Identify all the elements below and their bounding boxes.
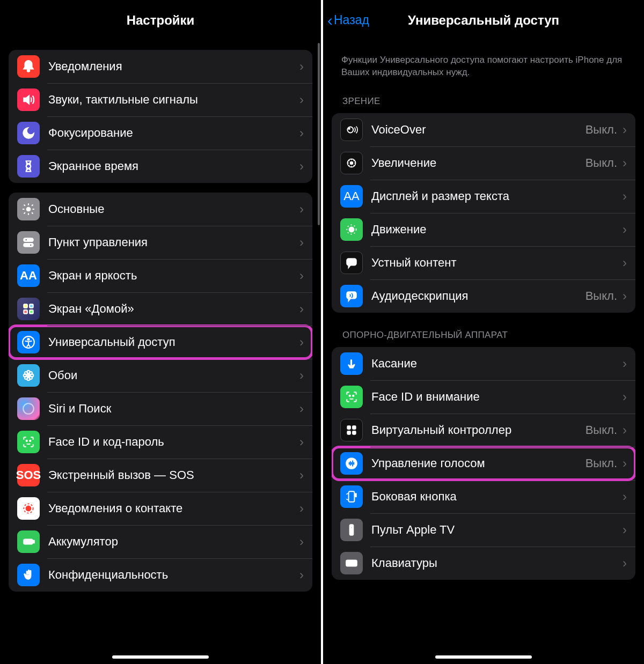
row-label: Движение — [371, 223, 623, 237]
row-value: Выкл. — [586, 289, 617, 303]
scrollbar[interactable] — [318, 43, 320, 225]
svg-point-5 — [30, 244, 32, 246]
content-right: Функции Универсального доступа помогают … — [323, 40, 644, 664]
row-label: Пульт Apple TV — [371, 523, 623, 537]
section-general: Основные›Пункт управления›AAЭкран и ярко… — [9, 193, 312, 592]
chevron-right-icon: › — [623, 222, 627, 237]
row-zoom[interactable]: УвеличениеВыкл.› — [332, 146, 635, 180]
remote-icon — [340, 519, 363, 541]
home-indicator[interactable] — [435, 655, 532, 659]
row-exposure[interactable]: Уведомления о контакте› — [9, 492, 312, 525]
chevron-right-icon: › — [623, 522, 627, 537]
moon-icon — [17, 122, 40, 144]
row-screentime[interactable]: Экранное время› — [9, 150, 312, 183]
row-label: Уведомления о контакте — [48, 501, 299, 515]
row-general[interactable]: Основные› — [9, 193, 312, 226]
svg-rect-7 — [30, 304, 33, 308]
svg-rect-45 — [355, 493, 356, 496]
svg-rect-6 — [24, 304, 27, 308]
svg-point-17 — [25, 372, 27, 374]
row-accessibility[interactable]: Универсальный доступ› — [9, 326, 312, 359]
svg-point-0 — [27, 69, 30, 71]
row-faceattention[interactable]: Face ID и внимание› — [332, 380, 635, 414]
svg-point-28 — [347, 127, 353, 132]
gear-icon — [17, 198, 40, 220]
row-siri[interactable]: Siri и Поиск› — [9, 392, 312, 425]
back-label: Назад — [334, 13, 369, 27]
chevron-right-icon: › — [299, 202, 304, 217]
row-battery[interactable]: Аккумулятор› — [9, 525, 312, 558]
row-display[interactable]: AAЭкран и яркость› — [9, 259, 312, 292]
text-size-icon: AA — [340, 185, 363, 208]
chevron-right-icon: › — [299, 468, 304, 483]
row-textsize[interactable]: AAДисплей и размер текста› — [332, 180, 635, 213]
row-sidebutton[interactable]: Боковая кнопка› — [332, 480, 635, 513]
row-label: Дисплей и размер текста — [371, 189, 623, 203]
row-label: Уведомления — [48, 60, 299, 73]
row-motion[interactable]: Движение› — [332, 213, 635, 246]
row-label: Siri и Поиск — [48, 402, 299, 416]
chevron-right-icon: › — [623, 255, 627, 270]
svg-point-31 — [350, 162, 353, 164]
chevron-right-icon: › — [299, 159, 304, 174]
row-audiodesc[interactable]: АудиодескрипцияВыкл.› — [332, 279, 635, 313]
chevron-left-icon: ‹ — [327, 12, 333, 28]
row-homescreen[interactable]: Экран «Домой»› — [9, 292, 312, 326]
grid4-icon — [340, 419, 363, 441]
row-sounds[interactable]: Звуки, тактильные сигналы› — [9, 83, 312, 116]
chevron-right-icon: › — [299, 126, 304, 141]
row-voicecontrol[interactable]: Управление голосомВыкл.› — [332, 447, 635, 480]
row-privacy[interactable]: Конфиденциальность› — [9, 558, 312, 592]
row-wallpaper[interactable]: Обои› — [9, 359, 312, 392]
row-focus[interactable]: Фокусирование› — [9, 116, 312, 150]
header-right: ‹ Назад Универсальный доступ — [323, 0, 644, 40]
row-notifications[interactable]: Уведомления› — [9, 50, 312, 83]
chevron-right-icon: › — [299, 401, 304, 416]
bell-icon — [17, 55, 40, 78]
accessibility-phone-right: ‹ Назад Универсальный доступ Функции Уни… — [323, 0, 644, 664]
svg-point-4 — [25, 239, 27, 241]
row-label: Обои — [48, 368, 299, 382]
svg-point-21 — [23, 403, 34, 414]
row-controlcenter[interactable]: Пункт управления› — [9, 226, 312, 259]
accessibility-icon — [17, 331, 40, 353]
row-faceid[interactable]: Face ID и код-пароль› — [9, 425, 312, 459]
svg-rect-40 — [353, 426, 355, 429]
svg-rect-27 — [33, 541, 34, 543]
chevron-right-icon: › — [299, 534, 304, 549]
row-voiceover[interactable]: VoiceOverВыкл.› — [332, 113, 635, 146]
svg-rect-41 — [347, 431, 350, 434]
chevron-right-icon: › — [623, 356, 627, 371]
chevron-right-icon: › — [623, 156, 627, 171]
row-switchcontrol[interactable]: Виртуальный контроллерВыкл.› — [332, 414, 635, 447]
row-value: Выкл. — [586, 123, 617, 137]
keyboard-icon — [340, 552, 363, 574]
svg-point-24 — [26, 506, 32, 512]
row-touch[interactable]: Касание› — [332, 347, 635, 380]
row-sos[interactable]: SOSЭкстренный вызов — SOS› — [9, 459, 312, 492]
row-spoken[interactable]: 99Устный контент› — [332, 246, 635, 279]
row-keyboards[interactable]: Клавиатуры› — [332, 547, 635, 580]
svg-point-32 — [349, 227, 354, 232]
svg-point-29 — [349, 128, 350, 129]
row-appletv[interactable]: Пульт Apple TV› — [332, 513, 635, 547]
row-label: Универсальный доступ — [48, 335, 299, 349]
section-header: ОПОРНО-ДВИГАТЕЛЬНЫЙ АППАРАТ — [332, 324, 635, 345]
row-label: Экранное время — [48, 159, 299, 173]
svg-point-47 — [350, 527, 352, 528]
svg-rect-54 — [353, 562, 354, 563]
speaker-icon — [17, 88, 40, 111]
row-label: Face ID и код-пароль — [48, 435, 299, 449]
battery-icon — [17, 530, 40, 553]
svg-rect-49 — [350, 532, 352, 533]
row-label: Аудиодескрипция — [371, 289, 586, 303]
row-label: Управление голосом — [371, 456, 586, 470]
row-label: Касание — [371, 357, 623, 371]
row-value: Выкл. — [586, 423, 617, 437]
chevron-right-icon: › — [299, 368, 304, 383]
row-label: Аккумулятор — [48, 535, 299, 549]
chevron-right-icon: › — [299, 501, 304, 516]
home-indicator[interactable] — [112, 655, 209, 659]
back-button[interactable]: ‹ Назад — [327, 12, 369, 28]
audio-desc-icon — [340, 285, 363, 307]
